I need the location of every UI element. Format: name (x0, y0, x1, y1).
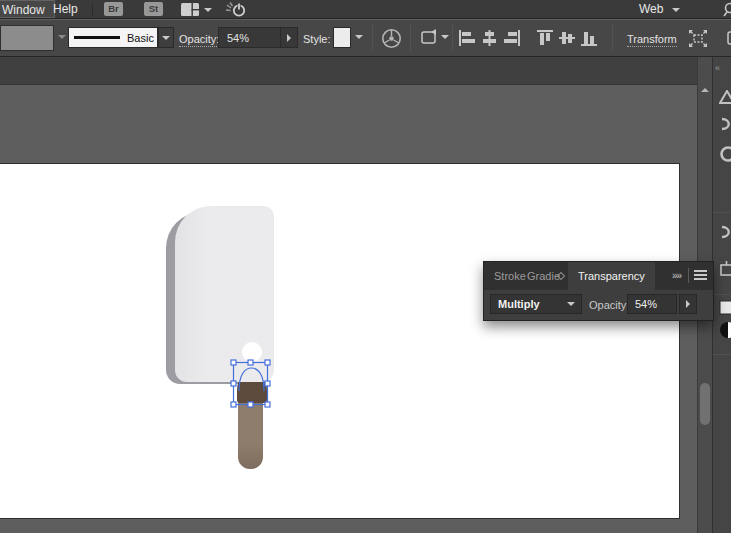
select-similar-icon[interactable] (419, 28, 441, 50)
dock-artboards-icon[interactable] (719, 261, 731, 279)
free-transform-icon[interactable] (688, 29, 708, 50)
panel-opacity-input[interactable]: 54% (627, 294, 677, 314)
dock-color-icon[interactable] (719, 90, 731, 106)
dock-symbols-icon[interactable] (719, 225, 731, 241)
workspace-chevron-icon[interactable] (672, 8, 680, 12)
opacity-field-group: 54% (218, 27, 298, 48)
scroll-up-icon[interactable] (701, 88, 709, 92)
transparency-panel: Stroke Gradie Transparency »» Multiply O… (483, 261, 714, 321)
artboard[interactable] (0, 163, 680, 519)
menu-window-label: Window (2, 3, 45, 17)
panel-opacity-label: Opacity: (589, 299, 629, 311)
workspace-switcher[interactable]: Web (630, 0, 672, 18)
fill-color-swatch[interactable] (0, 25, 54, 51)
panel-menu-icon[interactable] (694, 269, 708, 284)
dock-divider (713, 212, 731, 213)
menu-bar: Window Help Br St Web (0, 0, 731, 19)
workspace-label: Web (639, 2, 663, 16)
panel-tab-bar: Stroke Gradie Transparency »» (484, 262, 713, 290)
stroke-weight-preview (74, 36, 120, 39)
menu-help[interactable]: Help (44, 0, 87, 18)
power-icon[interactable] (224, 1, 248, 20)
menubar-separator (92, 3, 93, 16)
align-top-icon[interactable] (537, 30, 554, 48)
menu-help-label: Help (53, 2, 78, 16)
align-bottom-icon[interactable] (581, 30, 598, 48)
dock-brushes-icon[interactable] (719, 145, 731, 165)
align-right-icon[interactable] (503, 30, 520, 48)
arrange-documents-icon[interactable] (181, 3, 200, 18)
document-tab-bar (0, 57, 697, 85)
stroke-preset-dropdown-button[interactable] (158, 27, 174, 48)
opacity-popup-button[interactable] (280, 28, 297, 47)
fill-swatch-chevron-icon[interactable] (58, 35, 66, 39)
recolor-artwork-icon[interactable] (381, 28, 402, 51)
tab-gradient[interactable]: Gradie (527, 262, 560, 290)
chevron-right-icon (686, 300, 690, 308)
control-separator (452, 24, 453, 52)
selection-overlay[interactable] (228, 358, 274, 410)
bridge-button[interactable]: Br (104, 2, 123, 16)
select-similar-chevron-icon[interactable] (441, 35, 449, 39)
style-chevron-icon[interactable] (355, 35, 363, 39)
opacity-link[interactable]: Opacity: (179, 33, 219, 47)
opacity-input[interactable]: 54% (219, 32, 280, 44)
panel-opacity-popup-button[interactable] (679, 294, 697, 314)
stock-button[interactable]: St (144, 2, 163, 16)
dock-swatches-icon[interactable] (719, 117, 731, 133)
chevron-right-icon (287, 34, 291, 42)
style-swatch[interactable] (333, 27, 351, 48)
control-separator (612, 24, 613, 52)
stroke-preset-box[interactable]: Basic (68, 27, 158, 48)
style-label: Style: (303, 33, 331, 45)
panel-opacity-value: 54% (628, 298, 657, 310)
collapse-panel-icon[interactable]: »» (672, 270, 681, 281)
panel-content: Multiply Opacity: 54% (484, 290, 713, 320)
chevron-down-icon (567, 302, 575, 306)
expand-dock-icon[interactable]: « (715, 63, 720, 73)
tab-stroke[interactable]: Stroke (494, 262, 526, 290)
control-separator (372, 24, 373, 52)
clipped-control-icon[interactable] (726, 29, 731, 50)
tab-transparency[interactable]: Transparency (568, 262, 655, 290)
dock-swatch-white-icon[interactable] (719, 300, 731, 317)
align-h-center-icon[interactable] (481, 30, 498, 48)
dock-appearance-icon[interactable] (719, 320, 731, 342)
illustrator-window: { "menubar": { "window": "Window", "help… (0, 0, 731, 533)
panel-tab-separator (688, 268, 689, 283)
transform-link[interactable]: Transform (627, 33, 677, 47)
dock-divider (713, 354, 731, 355)
panel-dock: « (712, 57, 731, 533)
control-bar: Basic Opacity: 54% Style: (0, 20, 731, 57)
blend-mode-select[interactable]: Multiply (490, 294, 582, 314)
search-icon[interactable] (722, 2, 731, 19)
stroke-preset-label: Basic (127, 32, 154, 44)
scrollbar-thumb[interactable] (700, 383, 710, 425)
align-left-icon[interactable] (459, 30, 476, 48)
align-v-center-icon[interactable] (559, 30, 576, 48)
dock-divider (713, 294, 731, 295)
control-separator (410, 24, 411, 52)
blend-mode-value: Multiply (491, 298, 567, 310)
chevron-down-icon (162, 36, 170, 40)
arrange-documents-chevron-icon[interactable] (204, 8, 212, 12)
